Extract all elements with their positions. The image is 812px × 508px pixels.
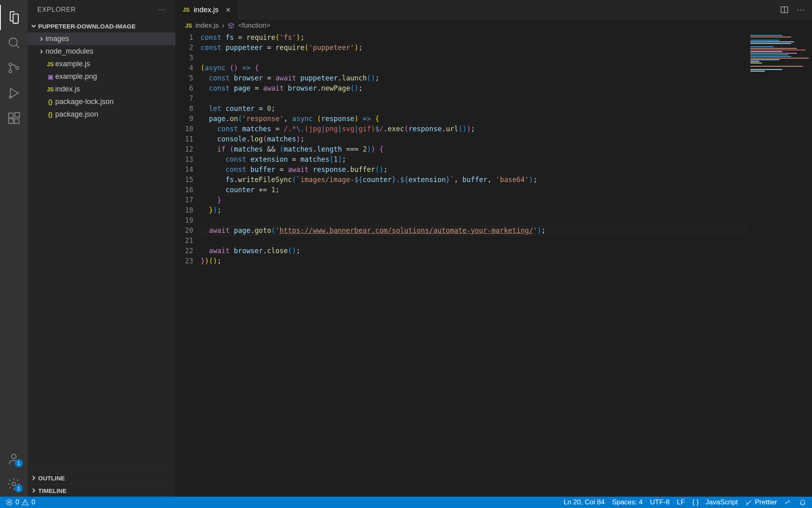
project-header[interactable]: PUPPETEER-DOWNLOAD-IMAGE (28, 20, 175, 33)
tree-item-label: example.png (55, 72, 97, 81)
svg-point-9 (11, 454, 16, 459)
split-editor-icon[interactable] (780, 5, 789, 14)
settings-gear-icon[interactable]: 1 (0, 471, 28, 497)
status-errors[interactable]: 0 0 (6, 498, 35, 506)
account-icon[interactable]: 1 (0, 446, 28, 471)
svg-point-10 (12, 482, 16, 486)
close-tab-icon[interactable]: × (226, 5, 231, 15)
status-ln-col[interactable]: Ln 20, Col 84 (564, 498, 605, 506)
editor-area: JS index.js × ··· JS index.js › <functio… (175, 0, 812, 497)
tree-item-label: index.js (55, 85, 80, 93)
svg-point-1 (9, 63, 12, 66)
editor-more-icon[interactable]: ··· (797, 6, 806, 14)
svg-point-3 (16, 66, 19, 69)
error-icon (6, 499, 13, 506)
status-language[interactable]: { } JavaScript (692, 498, 738, 506)
status-formatter[interactable]: Prettier (745, 498, 777, 506)
editor-tabs: JS index.js × ··· (175, 0, 812, 20)
sidebar-title: EXPLORER (37, 6, 158, 13)
tree-file-example-png[interactable]: ▣ example.png (28, 70, 175, 83)
source-control-icon[interactable] (0, 55, 28, 80)
timeline-panel[interactable]: TIMELINE (28, 484, 175, 497)
chevron-right-icon (37, 49, 45, 54)
line-numbers: 1234567891011121314151617181920212223 (175, 32, 201, 497)
sidebar-more-icon[interactable]: ··· (158, 6, 166, 13)
status-encoding[interactable]: UTF-8 (650, 498, 669, 506)
tree-folder-node-modules[interactable]: node_modules (28, 45, 175, 58)
run-debug-icon[interactable] (0, 80, 28, 106)
tree-item-label: package-lock.json (55, 98, 114, 106)
js-file-icon: JS (45, 86, 55, 93)
tree-item-label: node_modules (45, 47, 93, 56)
image-file-icon: ▣ (45, 74, 55, 80)
js-file-icon: JS (183, 7, 190, 13)
chevron-right-icon (37, 37, 45, 41)
tree-file-example-js[interactable]: JS example.js (28, 58, 175, 70)
error-count: 0 (15, 498, 19, 506)
svg-rect-7 (14, 119, 19, 123)
outline-panel[interactable]: OUTLINE (28, 471, 175, 484)
tree-folder-images[interactable]: images (28, 33, 175, 45)
tree-item-label: example.js (55, 60, 90, 68)
project-name: PUPPETEER-DOWNLOAD-IMAGE (38, 23, 136, 30)
status-spaces[interactable]: Spaces: 4 (612, 498, 643, 506)
explorer-icon[interactable] (0, 5, 28, 30)
breadcrumb-symbol: <function> (238, 22, 270, 30)
warning-icon (22, 499, 29, 506)
tab-label: index.js (194, 6, 218, 14)
extensions-icon[interactable] (0, 106, 28, 131)
activity-bar: 1 1 (0, 0, 28, 497)
breadcrumb-file: index.js (195, 22, 219, 30)
tree-item-label: package.json (55, 110, 98, 119)
code-editor[interactable]: 1234567891011121314151617181920212223 co… (175, 32, 812, 497)
breadcrumb[interactable]: JS index.js › <function> (175, 20, 812, 32)
svg-point-0 (9, 38, 17, 46)
sidebar: EXPLORER ··· PUPPETEER-DOWNLOAD-IMAGE im… (28, 0, 175, 497)
js-file-icon: JS (185, 22, 192, 29)
json-file-icon: {} (45, 99, 55, 105)
status-feedback-icon[interactable] (784, 499, 792, 506)
timeline-label: TIMELINE (38, 487, 67, 494)
status-bell-icon[interactable] (799, 499, 806, 506)
js-file-icon: JS (45, 61, 55, 67)
file-tree: images node_modules JS example.js ▣ exam… (28, 33, 175, 471)
settings-badge: 1 (15, 484, 23, 493)
svg-rect-6 (9, 119, 13, 123)
svg-rect-8 (15, 113, 19, 117)
tree-item-label: images (45, 35, 69, 43)
chevron-right-icon: › (222, 22, 225, 30)
json-file-icon: {} (45, 111, 55, 118)
warning-count: 0 (31, 498, 35, 506)
minimap[interactable] (747, 32, 812, 497)
search-icon[interactable] (0, 30, 28, 55)
function-icon (227, 22, 235, 29)
svg-rect-5 (9, 113, 13, 117)
tree-file-package-lock[interactable]: {} package-lock.json (28, 96, 175, 108)
sidebar-header: EXPLORER ··· (28, 0, 175, 20)
account-badge: 1 (15, 459, 23, 467)
tree-file-index-js[interactable]: JS index.js (28, 83, 175, 96)
status-bar: 0 0 Ln 20, Col 84 Spaces: 4 UTF-8 LF { }… (0, 497, 812, 508)
tab-index-js[interactable]: JS index.js × (175, 0, 238, 20)
outline-label: OUTLINE (38, 475, 65, 482)
check-icon (745, 499, 752, 506)
tree-file-package-json[interactable]: {} package.json (28, 108, 175, 121)
code-content[interactable]: const fs = require('fs');const puppeteer… (201, 32, 812, 497)
status-eol[interactable]: LF (677, 498, 685, 506)
svg-point-2 (9, 70, 12, 73)
